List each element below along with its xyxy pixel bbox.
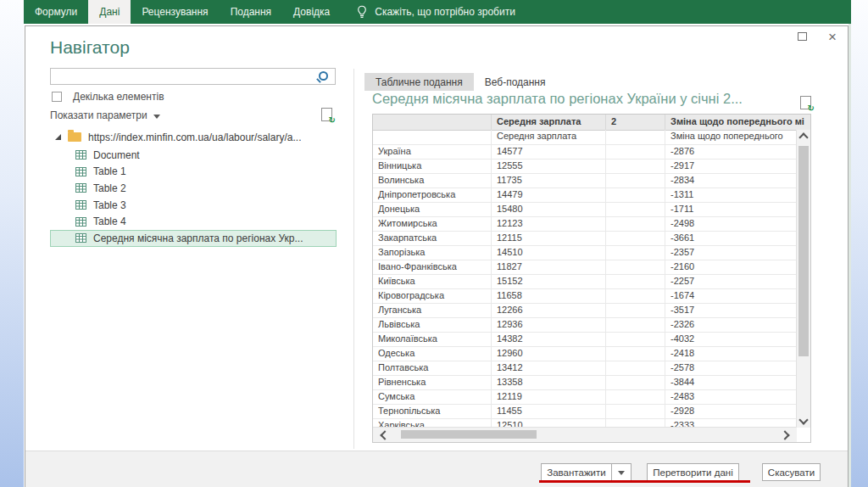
cell <box>606 289 665 303</box>
cell: Запорізька <box>373 246 492 260</box>
table-row-2: Волинська11735-2834 <box>373 174 797 188</box>
tree-item-2[interactable]: Table 2 <box>50 180 343 197</box>
search-icon[interactable] <box>319 71 328 81</box>
cell: -2257 <box>665 275 797 288</box>
close-icon: × <box>828 30 837 44</box>
vertical-scrollbar[interactable] <box>796 130 810 428</box>
cell: -2578 <box>665 361 797 375</box>
tree-item-3[interactable]: Table 3 <box>50 197 343 214</box>
cell: 12960 <box>492 347 606 361</box>
cell: Сумська <box>373 390 492 404</box>
tree-item-4[interactable]: Table 4 <box>50 213 343 230</box>
close-button[interactable]: × <box>821 28 843 45</box>
cell <box>606 260 665 274</box>
tree-item-0[interactable]: Document <box>50 147 343 164</box>
cell: -4032 <box>665 333 797 346</box>
cell: Полтавська <box>373 361 492 375</box>
scroll-down-icon[interactable] <box>798 415 808 424</box>
cell: -2928 <box>665 405 797 418</box>
cell: Тернопільська <box>373 405 492 418</box>
cell <box>606 304 665 317</box>
pane-divider <box>353 69 354 449</box>
horizontal-scroll-thumb[interactable] <box>401 430 537 439</box>
excel-window: ФормулиДаніРецензуванняПоданняДовідка Ск… <box>24 0 851 487</box>
ribbon-tab-3[interactable]: Подання <box>220 0 282 24</box>
load-dropdown-button[interactable] <box>611 463 632 481</box>
cell: -2917 <box>665 160 797 173</box>
scroll-up-icon[interactable] <box>798 132 808 142</box>
table-row-0: Україна14577-2876 <box>373 145 797 160</box>
navigator-tree: https://index.minfin.com.ua/ua/labour/sa… <box>50 127 343 247</box>
cell: -1711 <box>665 203 797 216</box>
tree-items: DocumentTable 1Table 2Table 3Table 4Сере… <box>50 147 343 247</box>
table-row-14: Одеська12960-2418 <box>373 347 797 361</box>
cell <box>606 174 665 188</box>
cell: Одеська <box>373 347 492 361</box>
show-options-label: Показати параметри <box>50 109 147 121</box>
column-header-3: Зміна щодо попереднього мі <box>665 115 810 130</box>
multi-select-checkbox[interactable] <box>52 92 62 102</box>
scroll-left-icon[interactable] <box>380 430 389 439</box>
ribbon-tab-1[interactable]: Дані <box>88 0 131 24</box>
cell <box>606 347 665 361</box>
tell-me-box[interactable]: Скажіть, що потрібно зробити <box>356 0 515 24</box>
preview-tab-1[interactable]: Веб-подання <box>474 73 557 91</box>
cell: -3661 <box>665 232 797 245</box>
cell: 14382 <box>492 333 606 346</box>
cell <box>606 318 665 332</box>
folder-icon <box>68 132 81 142</box>
table-row-12: Львівська12936-2326 <box>373 318 797 333</box>
table-row-4: Донецька15480-1711 <box>373 203 797 217</box>
ribbon-tab-0[interactable]: Формули <box>24 0 88 24</box>
cell: 12115 <box>492 232 606 245</box>
horizontal-scrollbar[interactable] <box>373 427 797 442</box>
ribbon-tabs: ФормулиДаніРецензуванняПоданняДовідка <box>24 0 341 24</box>
refresh-preview-icon[interactable] <box>321 108 332 121</box>
tree-root-label: https://index.minfin.com.ua/ua/labour/sa… <box>88 132 301 143</box>
tree-item-label: Document <box>93 149 140 161</box>
cancel-button[interactable]: Скасувати <box>762 463 821 481</box>
cell <box>606 275 665 288</box>
preview-tab-0[interactable]: Табличне подання <box>364 73 474 91</box>
cell <box>606 376 665 389</box>
table-row-16: Рівненська13358-3844 <box>373 376 797 390</box>
table-row-13: Миколаївська14382-4032 <box>373 333 797 347</box>
refresh-table-icon[interactable] <box>800 96 811 109</box>
cell: 12123 <box>492 217 606 231</box>
table-row-15: Полтавська13412-2578 <box>373 361 797 376</box>
cell: 11827 <box>492 260 606 274</box>
cell <box>606 203 665 216</box>
chevron-down-icon <box>618 471 625 475</box>
cell <box>606 246 665 260</box>
cell: -1674 <box>665 289 797 303</box>
tree-item-1[interactable]: Table 1 <box>50 164 343 181</box>
search-box <box>50 68 336 85</box>
cell: 12555 <box>492 160 606 173</box>
cell: -1311 <box>665 188 797 202</box>
transform-data-button[interactable]: Перетворити дані <box>647 463 739 481</box>
slide-background-left <box>0 0 24 487</box>
tree-root-node[interactable]: https://index.minfin.com.ua/ua/labour/sa… <box>50 127 343 147</box>
preview-tabs: Табличне поданняВеб-подання <box>364 73 556 91</box>
cell <box>373 130 492 144</box>
cell: -2357 <box>665 246 797 260</box>
multi-select-label: Декілька елементів <box>73 91 164 103</box>
cell: 15152 <box>492 275 606 288</box>
tree-item-5[interactable]: Середня місячна зарплата по регіонах Укр… <box>50 230 337 247</box>
ribbon-tab-2[interactable]: Рецензування <box>131 0 219 24</box>
cell: 11658 <box>492 289 606 303</box>
cell <box>606 145 665 159</box>
cell <box>606 405 665 418</box>
table-row-18: Тернопільська11455-2928 <box>373 405 797 419</box>
cell: Закарпатська <box>373 232 492 245</box>
show-options-dropdown[interactable]: Показати параметри <box>50 109 160 121</box>
vertical-scroll-thumb[interactable] <box>798 146 809 356</box>
maximize-button[interactable] <box>791 28 813 45</box>
load-button[interactable]: Завантажити <box>541 463 612 481</box>
tree-expander-icon[interactable] <box>55 134 61 140</box>
tree-item-label: Table 1 <box>93 165 126 177</box>
scroll-right-icon[interactable] <box>780 430 789 439</box>
table-icon <box>75 233 86 243</box>
search-input[interactable] <box>51 70 319 83</box>
ribbon-tab-4[interactable]: Довідка <box>282 0 341 24</box>
